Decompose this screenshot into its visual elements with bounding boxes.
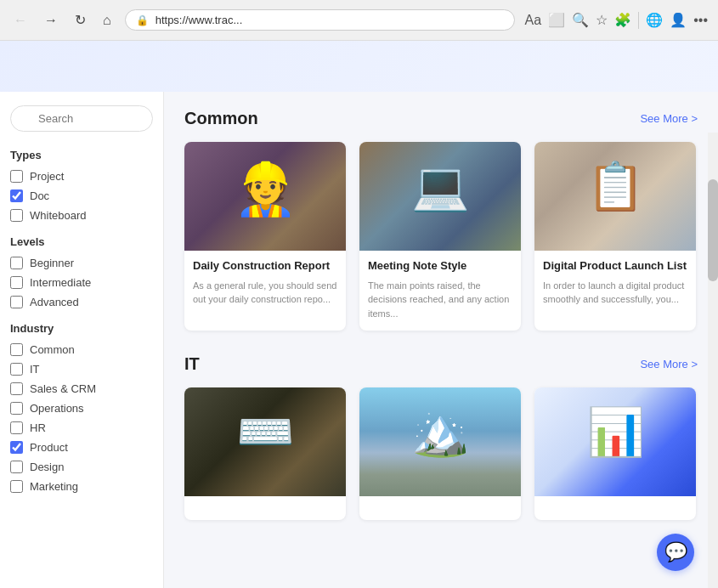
label-advanced: Advanced [30,296,79,308]
see-more-common[interactable]: See More > [640,112,698,125]
label-it: IT [30,363,40,376]
card-image-dashboard [534,387,696,496]
checkbox-advanced[interactable] [10,296,23,308]
forward-button[interactable]: → [41,9,61,31]
chat-button[interactable]: 💬 [657,534,694,571]
url-text: https://www.trac... [155,14,243,26]
label-beginner: Beginner [30,257,74,269]
label-whiteboard: Whiteboard [30,209,86,222]
section-it-title: IT [184,354,200,374]
checkbox-project[interactable] [10,170,23,183]
checkbox-design[interactable] [10,461,23,473]
see-more-it[interactable]: See More > [640,358,698,370]
card-body-it-2 [359,496,521,520]
filter-whiteboard[interactable]: Whiteboard [10,209,153,222]
label-design: Design [30,461,64,473]
home-button[interactable]: ⌂ [99,9,115,31]
checkbox-marketing[interactable] [10,480,23,493]
card-image-mountain [359,387,521,496]
filter-marketing[interactable]: Marketing [10,480,153,493]
label-operations: Operations [30,402,84,415]
card-it-mountain[interactable] [359,387,521,520]
industry-label: Industry [10,322,153,335]
checkbox-whiteboard[interactable] [10,209,23,222]
label-intermediate: Intermediate [30,276,91,289]
tab-icon[interactable]: ⬜ [548,12,565,28]
card-daily-construction[interactable]: Daily Construction Report As a general r… [184,142,346,331]
checkbox-doc[interactable] [10,189,23,202]
address-bar[interactable]: 🔒 https://www.trac... [125,9,515,31]
filter-it[interactable]: IT [10,363,153,376]
scrollbar-track[interactable] [708,133,718,588]
industry-section: Industry Common IT Sales & CRM Operation… [10,322,153,493]
checkbox-common[interactable] [10,343,23,356]
lock-icon: 🔒 [136,14,149,26]
zoom-icon[interactable]: 🔍 [572,12,589,28]
filter-doc[interactable]: Doc [10,189,153,202]
section-it-header: IT See More > [184,354,698,374]
menu-icon[interactable]: ••• [693,13,708,28]
card-desc-meeting: The main points raised, the decisions re… [368,279,512,321]
card-image-meeting [359,142,521,251]
card-meeting-note[interactable]: Meeting Note Style The main points raise… [359,142,521,331]
card-desc-digital: In order to launch a digital product smo… [543,279,687,307]
card-image-digital [534,142,696,251]
label-doc: Doc [30,189,49,202]
checkbox-hr[interactable] [10,421,23,434]
filter-common[interactable]: Common [10,343,153,356]
filter-beginner[interactable]: Beginner [10,257,153,269]
card-desc-construction: As a general rule, you should send out y… [193,279,337,307]
card-body-construction: Daily Construction Report As a general r… [184,251,346,317]
levels-label: Levels [10,235,153,248]
filter-intermediate[interactable]: Intermediate [10,276,153,289]
filter-hr[interactable]: HR [10,421,153,434]
card-image-keyboard [184,387,346,496]
checkbox-intermediate[interactable] [10,276,23,289]
card-title-digital: Digital Product Launch List [543,259,687,274]
sidebar: 🔍 Types Project Doc Whiteboard Levels [0,92,164,588]
card-title-construction: Daily Construction Report [193,259,337,274]
filter-product[interactable]: Product [10,441,153,454]
card-body-digital: Digital Product Launch List In order to … [534,251,696,317]
card-title-meeting: Meeting Note Style [368,259,512,274]
content-area: Common See More > Daily Construction Rep… [164,92,718,588]
browser-actions: Aa ⬜ 🔍 ☆ 🧩 🌐 👤 ••• [525,12,708,29]
filter-design[interactable]: Design [10,461,153,473]
types-section: Types Project Doc Whiteboard [10,149,153,222]
label-marketing: Marketing [30,480,78,493]
filter-project[interactable]: Project [10,170,153,183]
browser-chrome: ← → ↻ ⌂ 🔒 https://www.trac... Aa ⬜ 🔍 ☆ 🧩… [0,0,718,41]
scrollbar-thumb[interactable] [708,179,718,281]
refresh-button[interactable]: ↻ [71,8,89,31]
label-sales-crm: Sales & CRM [30,382,96,395]
card-body-it-1 [184,496,346,520]
label-hr: HR [30,421,46,434]
card-it-dashboard[interactable] [534,387,696,520]
edge-icon[interactable]: 🌐 [646,12,663,28]
section-common: Common See More > Daily Construction Rep… [184,109,698,331]
checkbox-it[interactable] [10,363,23,376]
filter-sales-crm[interactable]: Sales & CRM [10,382,153,395]
card-image-construction [184,142,346,251]
section-common-header: Common See More > [184,109,698,128]
label-project: Project [30,170,64,183]
checkbox-beginner[interactable] [10,257,23,269]
extension-icon[interactable]: 🧩 [614,12,631,28]
checkbox-operations[interactable] [10,402,23,415]
card-it-keyboard[interactable] [184,387,346,520]
checkbox-product[interactable] [10,441,23,454]
card-body-it-3 [534,496,696,520]
label-common: Common [30,343,75,356]
types-label: Types [10,149,153,161]
checkbox-sales-crm[interactable] [10,382,23,395]
profile-icon[interactable]: 👤 [670,12,687,28]
star-icon[interactable]: ☆ [596,12,608,28]
filter-operations[interactable]: Operations [10,402,153,415]
back-button[interactable]: ← [10,9,31,31]
section-it: IT See More > [184,354,698,520]
filter-advanced[interactable]: Advanced [10,296,153,308]
reader-icon[interactable]: Aa [525,13,542,28]
search-input[interactable] [10,105,153,132]
card-digital-product[interactable]: Digital Product Launch List In order to … [534,142,696,331]
top-banner [0,41,718,92]
